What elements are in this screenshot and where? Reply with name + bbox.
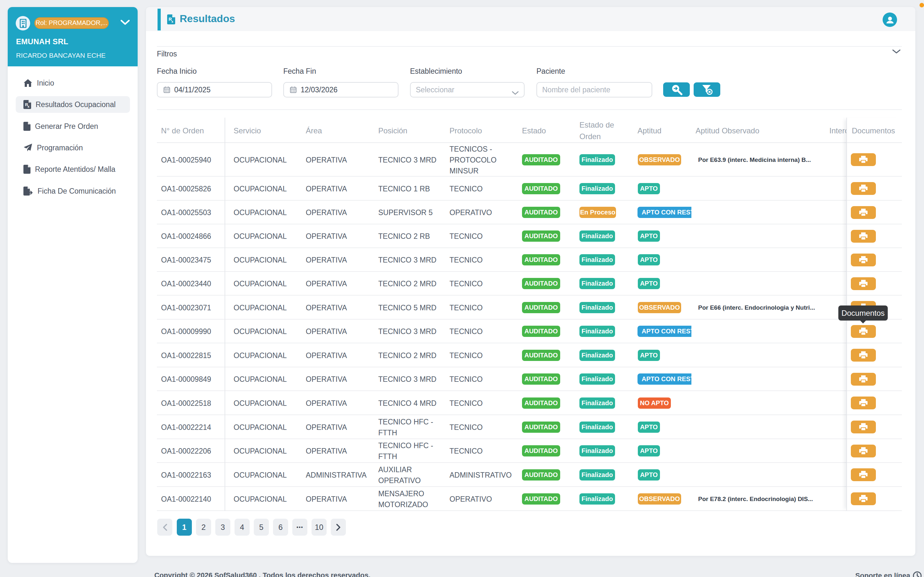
svg-text:x: x bbox=[172, 20, 174, 23]
svg-text:x: x bbox=[27, 105, 29, 108]
